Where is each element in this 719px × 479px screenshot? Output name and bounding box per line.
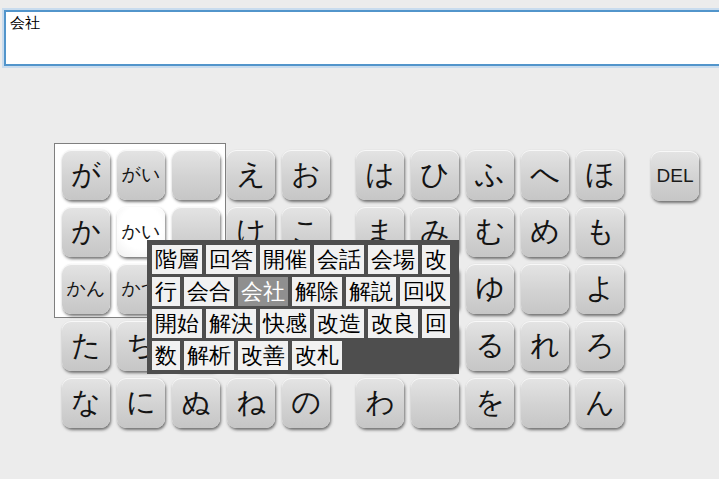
kana-key[interactable]: を	[466, 378, 514, 428]
kana-key[interactable]: ん	[576, 378, 624, 428]
candidate[interactable]: 解析	[184, 341, 234, 370]
candidate[interactable]: 解決	[206, 309, 256, 338]
candidate[interactable]: 改造	[314, 309, 364, 338]
kana-key[interactable]: ぬ	[172, 378, 220, 428]
kana-key[interactable]: た	[62, 321, 110, 371]
blank-key[interactable]	[411, 378, 459, 428]
japanese-kana-keyboard-screen: { "colors": { "page_bg": "#ececec", "fie…	[0, 0, 719, 479]
reading-key[interactable]: が	[62, 150, 110, 200]
candidate[interactable]: 回答	[206, 245, 256, 274]
candidate[interactable]: 改善	[238, 341, 288, 370]
kana-key[interactable]: ひ	[411, 150, 459, 200]
blank-key[interactable]	[521, 378, 569, 428]
candidate[interactable]: 会場	[368, 245, 418, 274]
reading-key[interactable]: がい	[117, 150, 165, 200]
blank-key[interactable]	[521, 264, 569, 314]
kana-key[interactable]: ゆ	[466, 264, 514, 314]
kana-key[interactable]: ほ	[576, 150, 624, 200]
kana-key[interactable]: ろ	[576, 321, 624, 371]
reading-key[interactable]: かん	[62, 264, 110, 314]
candidate[interactable]: 行	[152, 277, 180, 306]
kana-key[interactable]: え	[227, 150, 275, 200]
candidate-popup: 階層回答開催会話会場改行会合会社解除解説回収開始解決快感改造改良回数解析改善改札	[147, 240, 459, 374]
candidate[interactable]: 快感	[260, 309, 310, 338]
reading-key[interactable]: か	[62, 207, 110, 257]
candidate-row: 階層回答開催会話会場改	[152, 245, 454, 274]
candidate[interactable]: 会話	[314, 245, 364, 274]
kana-key[interactable]: も	[576, 207, 624, 257]
kana-key[interactable]: れ	[521, 321, 569, 371]
candidate[interactable]: 会合	[184, 277, 234, 306]
candidate[interactable]: 解説	[346, 277, 396, 306]
kana-key[interactable]: に	[117, 378, 165, 428]
candidate[interactable]: 改	[422, 245, 450, 274]
candidate[interactable]: 数	[152, 341, 180, 370]
candidate[interactable]: 階層	[152, 245, 202, 274]
candidate[interactable]: 回	[422, 309, 450, 338]
kana-key[interactable]: お	[282, 150, 330, 200]
candidate[interactable]: 改札	[292, 341, 342, 370]
kana-key[interactable]: む	[466, 207, 514, 257]
kana-key[interactable]: ふ	[466, 150, 514, 200]
kana-key[interactable]: よ	[576, 264, 624, 314]
candidate[interactable]: 開催	[260, 245, 310, 274]
kana-key[interactable]: な	[62, 378, 110, 428]
kana-key[interactable]: わ	[356, 378, 404, 428]
kana-key[interactable]: の	[282, 378, 330, 428]
candidate-row: 数解析改善改札	[152, 341, 454, 370]
text-input-value: 会社	[6, 12, 719, 33]
kana-key[interactable]: め	[521, 207, 569, 257]
candidate-row: 行会合会社解除解説回収	[152, 277, 454, 306]
candidate[interactable]: 解除	[292, 277, 342, 306]
text-input-field[interactable]: 会社	[4, 10, 719, 66]
delete-key[interactable]: DEL	[651, 151, 699, 201]
candidate[interactable]: 開始	[152, 309, 202, 338]
candidate[interactable]: 改良	[368, 309, 418, 338]
kana-key[interactable]: ね	[227, 378, 275, 428]
kana-key[interactable]: は	[356, 150, 404, 200]
kana-key[interactable]: る	[466, 321, 514, 371]
blank-key[interactable]	[172, 150, 220, 200]
candidate-row: 開始解決快感改造改良回	[152, 309, 454, 338]
kana-key[interactable]: へ	[521, 150, 569, 200]
candidate[interactable]: 会社	[238, 277, 288, 306]
candidate[interactable]: 回収	[400, 277, 450, 306]
